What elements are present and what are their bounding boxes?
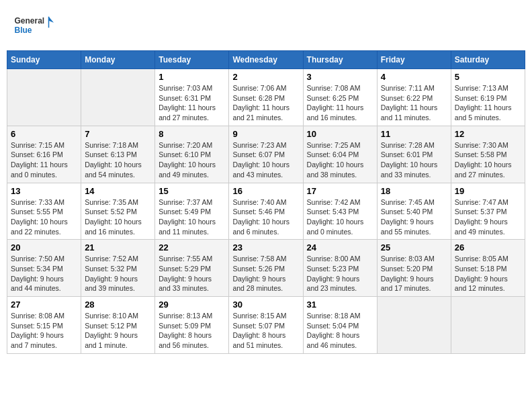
day-number: 21 [85,242,151,253]
calendar-cell: 6 Sunrise: 7:15 AMSunset: 6:16 PMDayligh… [7,126,81,183]
day-info: Sunrise: 7:23 AMSunset: 6:07 PMDaylight:… [232,140,299,180]
day-info: Sunrise: 8:10 AMSunset: 5:12 PMDaylight:… [85,311,151,351]
calendar-cell: 21 Sunrise: 7:52 AMSunset: 5:32 PMDaylig… [81,240,155,297]
day-number: 9 [232,129,299,139]
calendar-cell: 3 Sunrise: 7:08 AMSunset: 6:25 PMDayligh… [303,69,377,126]
calendar-cell [81,69,155,126]
day-number: 20 [11,242,77,253]
day-number: 6 [11,129,77,139]
weekday-header-saturday: Saturday [451,51,525,69]
day-info: Sunrise: 7:18 AMSunset: 6:13 PMDaylight:… [85,140,151,180]
day-number: 3 [307,72,373,82]
day-info: Sunrise: 7:47 AMSunset: 5:37 PMDaylight:… [455,197,521,237]
day-info: Sunrise: 7:20 AMSunset: 6:10 PMDaylight:… [159,140,225,180]
day-number: 5 [455,72,521,82]
day-number: 10 [307,129,373,139]
calendar-cell: 8 Sunrise: 7:20 AMSunset: 6:10 PMDayligh… [155,126,229,183]
day-number: 1 [159,72,225,82]
weekday-header-thursday: Thursday [303,51,377,69]
day-number: 28 [85,300,151,310]
calendar-cell [451,297,525,354]
day-number: 16 [232,186,299,196]
day-info: Sunrise: 7:35 AMSunset: 5:52 PMDaylight:… [85,197,151,237]
day-info: Sunrise: 7:15 AMSunset: 6:16 PMDaylight:… [11,140,77,180]
day-number: 4 [381,72,447,82]
day-number: 14 [85,186,151,196]
day-number: 31 [307,300,373,310]
calendar-cell: 2 Sunrise: 7:06 AMSunset: 6:28 PMDayligh… [229,69,303,126]
calendar-cell: 30 Sunrise: 8:15 AMSunset: 5:07 PMDaylig… [229,297,303,354]
calendar-cell: 4 Sunrise: 7:11 AMSunset: 6:22 PMDayligh… [377,69,451,126]
day-info: Sunrise: 7:06 AMSunset: 6:28 PMDaylight:… [232,83,299,123]
weekday-header-friday: Friday [377,51,451,69]
day-number: 27 [11,300,77,310]
day-info: Sunrise: 7:33 AMSunset: 5:55 PMDaylight:… [11,197,77,237]
calendar-cell: 14 Sunrise: 7:35 AMSunset: 5:52 PMDaylig… [81,183,155,240]
calendar-cell: 29 Sunrise: 8:13 AMSunset: 5:09 PMDaylig… [155,297,229,354]
weekday-header-monday: Monday [81,51,155,69]
day-info: Sunrise: 8:13 AMSunset: 5:09 PMDaylight:… [159,311,225,351]
day-number: 23 [232,242,299,253]
calendar-cell: 10 Sunrise: 7:25 AMSunset: 6:04 PMDaylig… [303,126,377,183]
logo: General Blue [13,10,54,40]
calendar-cell [377,297,451,354]
day-info: Sunrise: 7:40 AMSunset: 5:46 PMDaylight:… [232,197,299,237]
weekday-header-wednesday: Wednesday [229,51,303,69]
day-info: Sunrise: 7:45 AMSunset: 5:40 PMDaylight:… [381,197,447,237]
svg-text:Blue: Blue [15,26,32,35]
calendar-cell: 25 Sunrise: 8:03 AMSunset: 5:20 PMDaylig… [377,240,451,297]
day-info: Sunrise: 7:30 AMSunset: 5:58 PMDaylight:… [455,140,521,180]
calendar-cell: 26 Sunrise: 8:05 AMSunset: 5:18 PMDaylig… [451,240,525,297]
day-number: 17 [307,186,373,196]
calendar-cell: 27 Sunrise: 8:08 AMSunset: 5:15 PMDaylig… [7,297,81,354]
page-header: General Blue [7,7,525,44]
day-info: Sunrise: 8:03 AMSunset: 5:20 PMDaylight:… [381,254,447,293]
day-number: 13 [11,186,77,196]
logo-svg: General Blue [13,10,54,40]
weekday-header-tuesday: Tuesday [155,51,229,69]
calendar-cell: 22 Sunrise: 7:55 AMSunset: 5:29 PMDaylig… [155,240,229,297]
day-number: 19 [455,186,521,196]
day-info: Sunrise: 7:08 AMSunset: 6:25 PMDaylight:… [307,83,373,123]
calendar-cell: 7 Sunrise: 7:18 AMSunset: 6:13 PMDayligh… [81,126,155,183]
day-info: Sunrise: 7:37 AMSunset: 5:49 PMDaylight:… [159,197,225,237]
calendar-cell: 20 Sunrise: 7:50 AMSunset: 5:34 PMDaylig… [7,240,81,297]
day-info: Sunrise: 7:52 AMSunset: 5:32 PMDaylight:… [85,254,151,293]
calendar-cell: 24 Sunrise: 8:00 AMSunset: 5:23 PMDaylig… [303,240,377,297]
day-info: Sunrise: 7:42 AMSunset: 5:43 PMDaylight:… [307,197,373,237]
day-info: Sunrise: 7:13 AMSunset: 6:19 PMDaylight:… [455,83,521,123]
day-info: Sunrise: 8:08 AMSunset: 5:15 PMDaylight:… [11,311,77,351]
calendar-cell: 23 Sunrise: 7:58 AMSunset: 5:26 PMDaylig… [229,240,303,297]
calendar-cell: 9 Sunrise: 7:23 AMSunset: 6:07 PMDayligh… [229,126,303,183]
svg-text:General: General [15,16,45,26]
calendar-cell: 16 Sunrise: 7:40 AMSunset: 5:46 PMDaylig… [229,183,303,240]
day-info: Sunrise: 7:11 AMSunset: 6:22 PMDaylight:… [381,83,447,123]
day-info: Sunrise: 8:05 AMSunset: 5:18 PMDaylight:… [455,254,521,293]
day-info: Sunrise: 7:03 AMSunset: 6:31 PMDaylight:… [159,83,225,123]
day-info: Sunrise: 8:15 AMSunset: 5:07 PMDaylight:… [232,311,299,351]
calendar-cell: 15 Sunrise: 7:37 AMSunset: 5:49 PMDaylig… [155,183,229,240]
day-number: 12 [455,129,521,139]
day-number: 22 [159,242,225,253]
day-number: 29 [159,300,225,310]
day-number: 18 [381,186,447,196]
calendar-cell: 17 Sunrise: 7:42 AMSunset: 5:43 PMDaylig… [303,183,377,240]
calendar-table: SundayMondayTuesdayWednesdayThursdayFrid… [7,50,525,354]
day-number: 15 [159,186,225,196]
day-info: Sunrise: 7:55 AMSunset: 5:29 PMDaylight:… [159,254,225,293]
day-info: Sunrise: 7:58 AMSunset: 5:26 PMDaylight:… [232,254,299,293]
calendar-cell: 1 Sunrise: 7:03 AMSunset: 6:31 PMDayligh… [155,69,229,126]
calendar-cell: 19 Sunrise: 7:47 AMSunset: 5:37 PMDaylig… [451,183,525,240]
calendar-cell: 28 Sunrise: 8:10 AMSunset: 5:12 PMDaylig… [81,297,155,354]
day-info: Sunrise: 7:28 AMSunset: 6:01 PMDaylight:… [381,140,447,180]
day-number: 30 [232,300,299,310]
calendar-cell: 13 Sunrise: 7:33 AMSunset: 5:55 PMDaylig… [7,183,81,240]
day-info: Sunrise: 8:18 AMSunset: 5:04 PMDaylight:… [307,311,373,351]
calendar-cell: 11 Sunrise: 7:28 AMSunset: 6:01 PMDaylig… [377,126,451,183]
calendar-cell: 5 Sunrise: 7:13 AMSunset: 6:19 PMDayligh… [451,69,525,126]
day-info: Sunrise: 7:25 AMSunset: 6:04 PMDaylight:… [307,140,373,180]
day-number: 26 [455,242,521,253]
calendar-cell: 18 Sunrise: 7:45 AMSunset: 5:40 PMDaylig… [377,183,451,240]
day-number: 11 [381,129,447,139]
day-number: 8 [159,129,225,139]
